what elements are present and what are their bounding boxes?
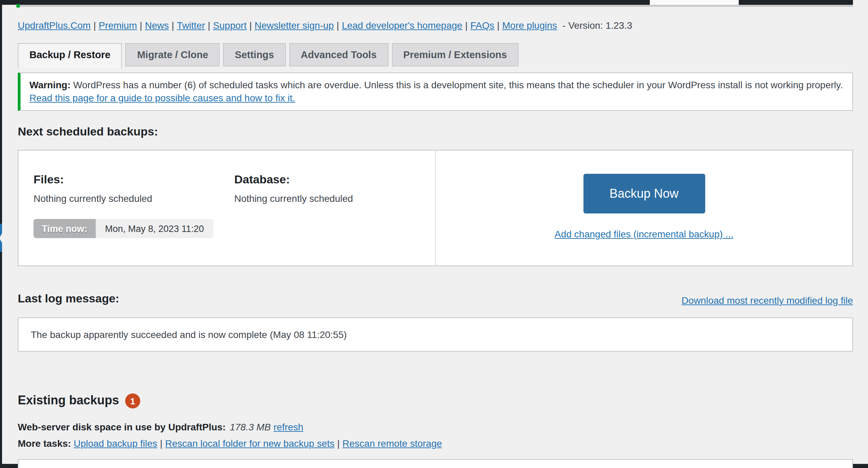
last-log-heading: Last log message: [18,292,119,306]
topbar-shadow [19,5,853,7]
settings-tabs: Backup / Restore Migrate / Clone Setting… [18,43,518,68]
files-label: Files: [34,173,234,187]
success-notice-remnant [16,4,20,8]
link-updraftplus-com[interactable]: UpdraftPlus.Com [18,20,91,31]
separator: | [91,20,98,31]
separator: | [169,20,177,31]
backup-count-badge: 1 [125,393,140,408]
active-menu-arrow-icon [0,233,2,243]
time-now-pill: Time now: Mon, May 8, 2023 11:20 [34,219,213,238]
more-tasks-line: More tasks: Upload backup files|Rescan l… [18,438,442,449]
existing-backups-heading-row: Existing backups 1 [18,393,140,408]
database-status: Nothing currently scheduled [234,193,435,204]
disk-space-value: 178.3 MB [230,421,271,432]
existing-backups-table-top [18,459,853,468]
link-support[interactable]: Support [213,20,247,31]
download-log-link[interactable]: Download most recently modified log file [682,295,853,306]
tab-migrate-clone[interactable]: Migrate / Clone [126,43,220,66]
existing-backups-heading: Existing backups [18,393,119,407]
next-scheduled-backups-heading: Next scheduled backups: [18,125,158,139]
files-schedule-column: Files: Nothing currently scheduled Time … [34,173,234,265]
topbar-gap [650,0,739,5]
header-links-row: UpdraftPlus.Com|Premium|News|Twitter|Sup… [18,20,632,31]
separator: | [157,438,165,449]
version-label: - Version: 1.23.3 [563,20,632,31]
link-newsletter[interactable]: Newsletter sign-up [254,20,334,31]
separator: | [205,20,213,31]
disk-space-label: Web-server disk space in use by UpdraftP… [18,421,226,432]
next-scheduled-backups-panel: Files: Nothing currently scheduled Time … [18,150,853,266]
database-label: Database: [234,173,435,187]
admin-menu-strip [0,5,2,464]
last-log-message: The backup apparently succeeded and is n… [31,329,347,340]
disk-space-line: Web-server disk space in use by UpdraftP… [18,421,303,432]
link-more-plugins[interactable]: More plugins [502,20,557,31]
last-log-message-box: The backup apparently succeeded and is n… [18,317,853,352]
time-now-value: Mon, May 8, 2023 11:20 [95,219,213,238]
backup-now-button[interactable]: Backup Now [583,174,705,213]
upload-backup-files-link[interactable]: Upload backup files [74,438,157,449]
database-schedule-column: Database: Nothing currently scheduled [234,173,435,265]
rescan-local-folder-link[interactable]: Rescan local folder for new backup sets [165,438,334,449]
separator: | [462,20,470,31]
separator: | [334,438,342,449]
refresh-link[interactable]: refresh [274,421,303,432]
tab-advanced-tools[interactable]: Advanced Tools [289,43,388,66]
more-tasks-label: More tasks: [18,438,71,449]
time-now-label: Time now: [34,219,95,238]
files-status: Nothing currently scheduled [34,193,234,204]
schedule-status-area: Files: Nothing currently scheduled Time … [18,151,436,265]
tab-backup-restore[interactable]: Backup / Restore [18,43,122,68]
link-news[interactable]: News [145,20,169,31]
updraftplus-settings-page: UpdraftPlus.Com|Premium|News|Twitter|Sup… [0,0,868,468]
last-log-header-row: Last log message: Download most recently… [18,292,853,306]
scheduler-warning-notice: Warning: WordPress has a number (6) of s… [18,73,853,111]
link-premium[interactable]: Premium [98,20,137,31]
warning-text: WordPress has a number (6) of scheduled … [70,79,843,90]
separator: | [494,20,502,31]
tab-settings[interactable]: Settings [223,43,286,66]
incremental-backup-link[interactable]: Add changed files (incremental backup) .… [555,229,734,239]
link-twitter[interactable]: Twitter [177,20,205,31]
separator: | [247,20,254,31]
link-developer-homepage[interactable]: Lead developer's homepage [342,20,462,31]
warning-label: Warning: [29,79,70,90]
separator: | [334,20,342,31]
tab-premium-extensions[interactable]: Premium / Extensions [392,43,518,66]
rescan-remote-storage-link[interactable]: Rescan remote storage [342,438,442,449]
separator: | [137,20,145,31]
warning-help-link[interactable]: Read this page for a guide to possible c… [29,92,295,103]
backup-action-area: Backup Now Add changed files (incrementa… [436,151,852,265]
link-faqs[interactable]: FAQs [470,20,494,31]
